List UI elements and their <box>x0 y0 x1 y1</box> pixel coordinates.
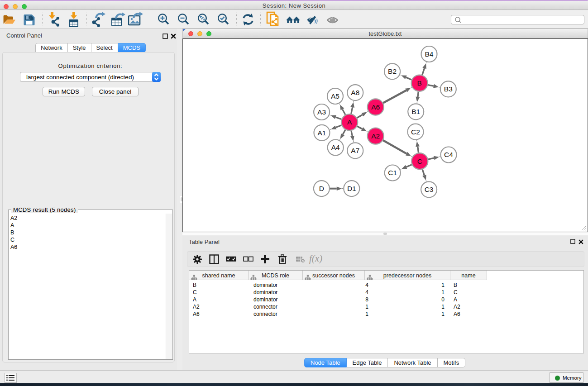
svg-text:f(x): f(x) <box>309 254 322 264</box>
svg-text:B2: B2 <box>388 67 397 75</box>
svg-text:A7: A7 <box>351 147 359 154</box>
svg-text:B3: B3 <box>444 85 453 93</box>
svg-text:A5: A5 <box>331 92 339 100</box>
svg-text:C2: C2 <box>411 128 420 136</box>
svg-text:C1: C1 <box>388 169 397 176</box>
svg-text:A4: A4 <box>331 143 340 151</box>
svg-text:D1: D1 <box>347 185 356 192</box>
svg-text:A6: A6 <box>371 103 380 111</box>
svg-text:C3: C3 <box>425 186 434 193</box>
svg-text:D: D <box>319 185 324 192</box>
svg-text:A8: A8 <box>351 89 359 96</box>
svg-text:A3: A3 <box>317 108 326 116</box>
svg-text:B: B <box>417 79 422 87</box>
svg-text:B4: B4 <box>425 50 434 58</box>
svg-text:A1: A1 <box>318 129 326 137</box>
svg-text:B1: B1 <box>411 108 420 115</box>
svg-text:C4: C4 <box>444 151 453 158</box>
svg-text:A2: A2 <box>371 132 380 140</box>
svg-text:A: A <box>347 118 352 126</box>
svg-text:C: C <box>417 157 422 165</box>
